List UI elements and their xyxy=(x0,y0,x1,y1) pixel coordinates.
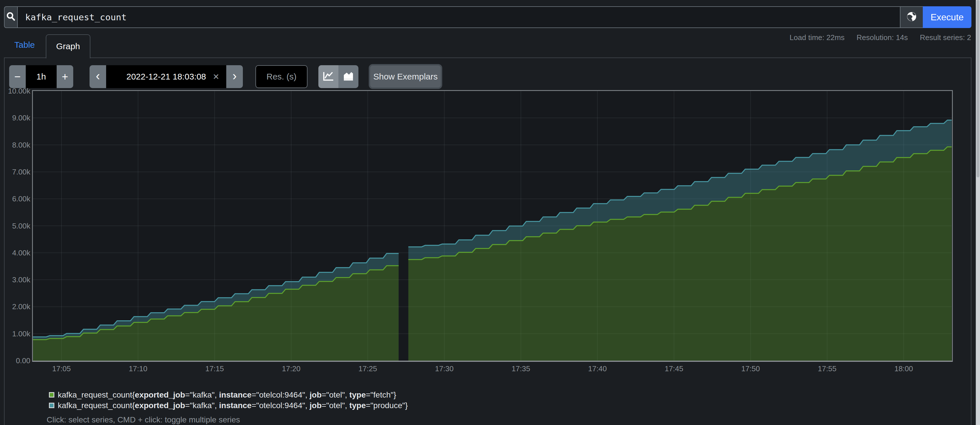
range-input[interactable]: 1h xyxy=(26,65,57,88)
legend-label: kafka_request_count{exported_job="kafka"… xyxy=(58,390,396,400)
time-forward-button[interactable]: › xyxy=(226,65,243,88)
area-fetch xyxy=(409,147,952,361)
chart-plot-area[interactable] xyxy=(32,90,953,362)
resolution-stat: Resolution: 14s xyxy=(857,33,908,42)
line-chart-toggle-button[interactable] xyxy=(318,65,338,88)
search-icon xyxy=(6,11,16,23)
query-input[interactable] xyxy=(17,6,900,28)
stacked-chart-icon xyxy=(342,71,355,83)
time-back-button[interactable]: ‹ xyxy=(89,65,106,88)
execute-button[interactable]: Execute xyxy=(923,6,971,28)
legend-swatch xyxy=(49,392,54,398)
line-chart-icon xyxy=(322,71,334,83)
clear-datetime-icon[interactable]: ✕ xyxy=(213,65,220,88)
chart-legend: kafka_request_count{exported_job="kafka"… xyxy=(49,390,408,411)
result-series-stat: Result series: 2 xyxy=(920,33,971,42)
globe-icon xyxy=(906,11,918,24)
tab-table[interactable]: Table xyxy=(14,40,35,50)
resolution-input[interactable] xyxy=(255,65,307,88)
datetime-input[interactable]: 2022-12-21 18:03:08 ✕ xyxy=(106,65,226,88)
stacked-area-chart xyxy=(33,91,952,361)
range-decrease-button[interactable]: − xyxy=(9,65,26,88)
show-exemplars-button[interactable]: Show Exemplars xyxy=(369,64,442,89)
chart-type-toggle xyxy=(318,65,358,88)
legend-label: kafka_request_count{exported_job="kafka"… xyxy=(58,401,408,410)
query-stats: Load time: 22ms Resolution: 14s Result s… xyxy=(789,33,971,42)
legend-swatch xyxy=(49,403,54,408)
page-scrollbar[interactable] xyxy=(976,0,980,425)
legend-item[interactable]: kafka_request_count{exported_job="kafka"… xyxy=(49,390,408,400)
load-time: Load time: 22ms xyxy=(789,33,845,42)
scrollbar-thumb[interactable] xyxy=(977,0,979,177)
range-increase-button[interactable]: + xyxy=(57,65,73,88)
stacked-chart-toggle-button[interactable] xyxy=(338,65,358,88)
range-control: − 1h + xyxy=(9,65,73,88)
datetime-value: 2022-12-21 18:03:08 xyxy=(126,72,206,81)
datetime-control: ‹ 2022-12-21 18:03:08 ✕ › xyxy=(89,65,243,88)
tab-graph[interactable]: Graph xyxy=(46,34,91,58)
local-time-button[interactable] xyxy=(900,6,923,28)
legend-item[interactable]: kafka_request_count{exported_job="kafka"… xyxy=(49,401,408,410)
search-addon xyxy=(4,6,17,28)
legend-hint: Click: select series, CMD + click: toggl… xyxy=(47,415,240,424)
query-bar: Execute xyxy=(4,6,971,28)
